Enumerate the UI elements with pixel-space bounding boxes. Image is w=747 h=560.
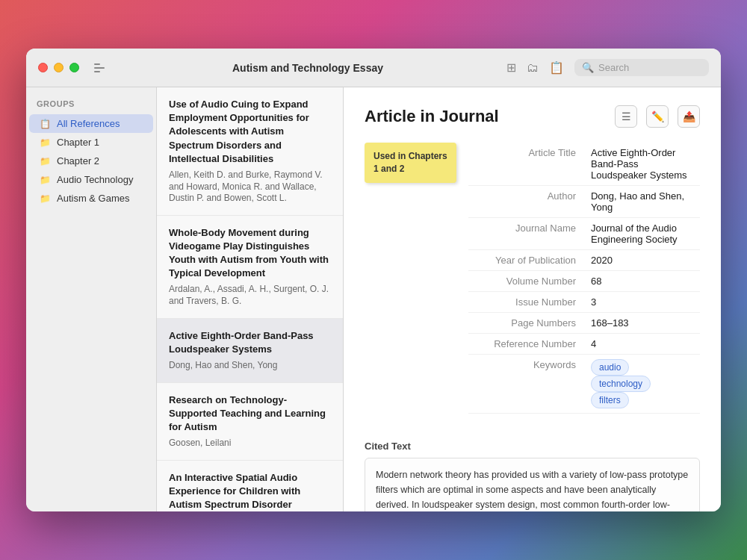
detail-panel: Article in Journal ☰ ✏️ 📤 Used in Chapte… (344, 87, 721, 511)
field-label: Page Numbers (468, 313, 588, 334)
cited-text-content: Modern network theory has provided us wi… (365, 458, 700, 511)
sidebar-item-label: All References (57, 118, 120, 129)
sidebar: Groups 📋 All References 📁 Chapter 1 📁 Ch… (26, 87, 157, 511)
field-value: 168–183 (588, 313, 700, 334)
field-value: 4 (588, 334, 700, 355)
field-label: Author (468, 186, 588, 218)
sidebar-item-label: Audio Technology (57, 174, 133, 185)
field-label: Year of Publication (468, 250, 588, 271)
sidebar-item-autism-games[interactable]: 📁 Autism & Games (29, 189, 153, 208)
detail-header: Article in Journal ☰ ✏️ 📤 (365, 105, 700, 128)
list-item[interactable]: Active Eighth-Order Band-Pass Loudspeake… (157, 319, 343, 383)
ref-title: Whole-Body Movement during Videogame Pla… (169, 226, 331, 281)
sidebar-item-audio-technology[interactable]: 📁 Audio Technology (29, 170, 153, 189)
field-value: 3 (588, 292, 700, 313)
field-label: Volume Number (468, 271, 588, 292)
field-value: Dong, Hao and Shen, Yong (588, 186, 700, 218)
chapter-1-icon: 📁 (40, 137, 51, 148)
field-value: 68 (588, 271, 700, 292)
field-label: Issue Number (468, 292, 588, 313)
fullscreen-button[interactable] (69, 63, 79, 72)
field-value: Active Eighth-Order Band-Pass Loudspeake… (588, 143, 700, 186)
main-window: Autism and Technology Essay ⊞ 🗂 📋 🔍 Grou… (26, 49, 721, 511)
notes-icon[interactable]: 📋 (549, 60, 564, 75)
ref-title: Active Eighth-Order Band-Pass Loudspeake… (169, 329, 331, 356)
list-item[interactable]: Use of Audio Cuing to Expand Employment … (157, 87, 343, 216)
ref-title: An Interactive Spatial Audio Experience … (169, 471, 331, 511)
detail-export-icon[interactable]: 📤 (678, 105, 700, 128)
fields-table: Article TitleActive Eighth-Order Band-Pa… (468, 143, 700, 414)
sidebar-item-label: Autism & Games (57, 193, 130, 204)
field-label: Article Title (468, 143, 588, 186)
list-item[interactable]: An Interactive Spatial Audio Experience … (157, 461, 343, 511)
traffic-lights (38, 63, 79, 72)
sidebar-item-all-references[interactable]: 📋 All References (29, 114, 153, 133)
detail-edit-icon[interactable]: ✏️ (646, 105, 669, 128)
list-item[interactable]: Whole-Body Movement during Videogame Pla… (157, 216, 343, 319)
field-label: Reference Number (468, 334, 588, 355)
table-row: Keywordsaudiotechnologyfilters (468, 355, 700, 414)
ref-author: Ardalan, A., Assadi, A. H., Surgent, O. … (169, 284, 331, 307)
audio-technology-icon: 📁 (40, 175, 51, 185)
titlebar: Autism and Technology Essay ⊞ 🗂 📋 🔍 (26, 49, 721, 87)
ref-title: Research on Technology-Supported Teachin… (169, 393, 331, 435)
cited-text-label: Cited Text (365, 441, 700, 452)
keyword-badge[interactable]: technology (591, 376, 651, 392)
edit-icon: ✏️ (651, 111, 664, 122)
sidebar-item-chapter-2[interactable]: 📁 Chapter 2 (29, 152, 153, 170)
all-references-icon: 📋 (40, 119, 51, 129)
table-row: Reference Number4 (468, 334, 700, 355)
search-bar[interactable]: 🔍 (574, 59, 709, 76)
chapter-2-icon: 📁 (40, 156, 51, 167)
detail-view-icon[interactable]: ☰ (615, 105, 637, 128)
sidebar-item-label: Chapter 1 (57, 137, 99, 148)
autism-games-icon: 📁 (40, 193, 51, 204)
table-row: Journal NameJournal of the Audio Enginee… (468, 218, 700, 250)
field-value: Journal of the Audio Engineering Society (588, 218, 700, 250)
window-title: Autism and Technology Essay (118, 62, 498, 74)
field-value: audiotechnologyfilters (588, 355, 700, 414)
keyword-badge[interactable]: audio (591, 359, 629, 376)
detail-type: Article in Journal (365, 107, 499, 126)
sidebar-item-chapter-1[interactable]: 📁 Chapter 1 (29, 133, 153, 152)
open-folder-icon[interactable]: 🗂 (527, 61, 539, 75)
sticky-area: Used in Chapters 1 and 2 Article TitleAc… (365, 143, 700, 429)
ref-author: Dong, Hao and Shen, Yong (169, 360, 331, 372)
field-label: Keywords (468, 355, 588, 414)
field-label: Journal Name (468, 218, 588, 250)
ref-author: Allen, Keith D. and Burke, Raymond V. an… (169, 169, 331, 205)
sidebar-section-label: Groups (26, 99, 156, 114)
minimize-button[interactable] (54, 63, 63, 72)
table-row: Volume Number68 (468, 271, 700, 292)
sidebar-toggle-button[interactable] (94, 62, 109, 74)
sidebar-item-label: Chapter 2 (57, 155, 99, 167)
reference-list: Use of Audio Cuing to Expand Employment … (157, 87, 344, 511)
table-row: Page Numbers168–183 (468, 313, 700, 334)
main-content: Groups 📋 All References 📁 Chapter 1 📁 Ch… (26, 87, 721, 511)
new-document-icon[interactable]: ⊞ (506, 60, 516, 75)
table-row: Article TitleActive Eighth-Order Band-Pa… (468, 143, 700, 186)
titlebar-actions: ⊞ 🗂 📋 🔍 (506, 59, 709, 76)
keyword-badge[interactable]: filters (591, 392, 629, 408)
close-button[interactable] (38, 63, 48, 72)
search-input[interactable] (598, 62, 701, 73)
table-row: Issue Number3 (468, 292, 700, 313)
table-row: AuthorDong, Hao and Shen, Yong (468, 186, 700, 218)
list-view-icon: ☰ (622, 111, 631, 122)
search-icon: 🔍 (582, 62, 594, 73)
table-row: Year of Publication2020 (468, 250, 700, 271)
detail-header-icons: ☰ ✏️ 📤 (615, 105, 700, 128)
ref-author: Goosen, Leilani (169, 438, 331, 449)
list-item[interactable]: Research on Technology-Supported Teachin… (157, 383, 343, 461)
used-in-chapters-badge: Used in Chapters 1 and 2 (365, 143, 456, 183)
export-icon: 📤 (683, 111, 695, 122)
ref-title: Use of Audio Cuing to Expand Employment … (169, 98, 331, 166)
field-value: 2020 (588, 250, 700, 271)
